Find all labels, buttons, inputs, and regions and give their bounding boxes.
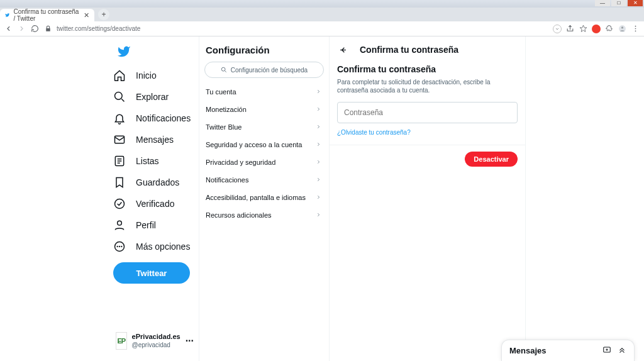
window-titlebar: — □ ✕ xyxy=(0,0,644,8)
extension-red-icon[interactable] xyxy=(592,25,601,33)
nav-profile[interactable]: Perfil xyxy=(109,214,199,236)
detail-header: Confirma tu contraseña xyxy=(330,36,525,62)
settings-item-twitter-blue[interactable]: Twitter Blue xyxy=(199,118,329,136)
tweet-button[interactable]: Twittear xyxy=(113,262,190,284)
svg-point-9 xyxy=(115,199,125,209)
nav-label: Inicio xyxy=(136,70,157,81)
settings-item-account[interactable]: Tu cuenta xyxy=(199,83,329,101)
nav-verified[interactable]: Verificado xyxy=(109,193,199,214)
deactivate-button[interactable]: Desactivar xyxy=(465,152,518,167)
settings-item-accessibility[interactable]: Accesibilidad, pantalla e idiomas xyxy=(199,189,329,206)
browser-tab-active[interactable]: Confirma tu contraseña / Twitter ✕ xyxy=(0,9,94,21)
address-bar: twitter.com/settings/deactivate xyxy=(0,21,644,36)
nav-back-button[interactable] xyxy=(4,24,13,33)
settings-item-label: Twitter Blue xyxy=(206,123,242,131)
svg-point-2 xyxy=(621,26,623,28)
window-minimize-button[interactable]: — xyxy=(595,0,610,6)
nav-messages[interactable]: Mensajes xyxy=(109,129,199,150)
settings-item-label: Accesibilidad, pantalla e idiomas xyxy=(206,194,306,201)
search-placeholder-text: Configuración de búsqueda xyxy=(231,67,308,74)
svg-point-6 xyxy=(115,92,123,100)
nav-forward-button[interactable] xyxy=(17,24,26,33)
nav-notifications[interactable]: Notificaciones xyxy=(109,108,199,129)
star-icon[interactable] xyxy=(579,24,588,33)
browser-chrome: — □ ✕ Confirma tu contraseña / Twitter ✕… xyxy=(0,0,644,36)
messages-dock[interactable]: Mensajes xyxy=(501,340,635,361)
nav-bookmarks[interactable]: Guardados xyxy=(109,172,199,193)
svg-point-3 xyxy=(635,26,636,27)
settings-item-label: Monetización xyxy=(206,106,247,113)
zoom-indicator[interactable] xyxy=(553,25,562,33)
extensions-icon[interactable] xyxy=(604,24,614,33)
envelope-icon xyxy=(113,133,126,146)
account-chip[interactable]: EP ePrivacidad.es @eprivacidad ··· xyxy=(112,328,197,353)
chevron-right-icon xyxy=(316,158,321,166)
nav-lists[interactable]: Listas xyxy=(109,150,199,172)
list-icon xyxy=(113,155,126,167)
tab-strip: Confirma tu contraseña / Twitter ✕ + xyxy=(0,8,644,21)
expand-up-icon[interactable] xyxy=(618,345,626,357)
password-input[interactable] xyxy=(337,102,518,123)
nav-explore[interactable]: Explorar xyxy=(109,86,199,108)
new-tab-button[interactable]: + xyxy=(98,9,109,20)
detail-subheading: Confirma tu contraseña xyxy=(330,62,525,78)
nav-label: Notificaciones xyxy=(136,113,191,123)
twitter-app: Inicio Explorar Notificaciones Mensajes … xyxy=(0,36,644,361)
messages-dock-title: Mensajes xyxy=(509,346,547,355)
share-icon[interactable] xyxy=(565,24,575,33)
forgot-password-link[interactable]: ¿Olvidaste tu contraseña? xyxy=(330,126,418,145)
profile-avatar-icon[interactable] xyxy=(618,24,627,33)
chevron-right-icon xyxy=(316,106,321,113)
tab-close-icon[interactable]: ✕ xyxy=(84,11,89,19)
chevron-right-icon xyxy=(316,123,321,131)
settings-item-label: Recursos adicionales xyxy=(206,211,272,219)
kebab-menu-icon[interactable] xyxy=(631,24,640,33)
settings-search-input[interactable]: Configuración de búsqueda xyxy=(204,62,324,78)
person-icon xyxy=(113,219,126,231)
back-button[interactable] xyxy=(337,44,348,55)
window-maximize-button[interactable]: □ xyxy=(611,0,626,6)
nav-label: Perfil xyxy=(136,220,156,230)
svg-rect-0 xyxy=(46,28,50,31)
settings-item-monetization[interactable]: Monetización xyxy=(199,101,329,118)
chevron-right-icon xyxy=(316,211,321,219)
chevron-right-icon xyxy=(316,176,321,184)
bell-icon xyxy=(113,112,126,125)
url-text[interactable]: twitter.com/settings/deactivate xyxy=(57,25,140,32)
svg-point-5 xyxy=(635,30,636,31)
nav-more[interactable]: Más opciones xyxy=(109,236,199,257)
detail-column: Confirma tu contraseña Confirma tu contr… xyxy=(330,36,526,361)
gutter-right xyxy=(526,36,644,361)
settings-item-label: Privacidad y seguridad xyxy=(206,158,275,166)
twitter-favicon-icon xyxy=(5,12,9,18)
settings-item-resources[interactable]: Recursos adicionales xyxy=(199,206,329,224)
settings-item-notifications[interactable]: Notificaciones xyxy=(199,171,329,189)
settings-item-privacy[interactable]: Privacidad y seguridad xyxy=(199,153,329,171)
nav-label: Mensajes xyxy=(136,135,174,145)
more-icon: ··· xyxy=(186,335,194,347)
settings-title: Configuración xyxy=(199,36,329,62)
nav-reload-button[interactable] xyxy=(30,24,40,33)
settings-item-label: Tu cuenta xyxy=(206,88,236,96)
svg-point-10 xyxy=(118,221,122,225)
svg-point-12 xyxy=(117,247,118,247)
nav-home[interactable]: Inicio xyxy=(109,65,199,86)
svg-point-15 xyxy=(221,67,225,71)
settings-column: Configuración Configuración de búsqueda … xyxy=(199,36,330,361)
tab-title: Confirma tu contraseña / Twitter xyxy=(13,8,80,22)
search-icon xyxy=(221,67,227,73)
nav-label: Verificado xyxy=(136,199,174,209)
settings-item-security-access[interactable]: Seguridad y acceso a la cuenta xyxy=(199,136,329,153)
twitter-logo[interactable] xyxy=(113,41,135,62)
nav-label: Guardados xyxy=(136,177,179,187)
new-message-icon[interactable] xyxy=(602,345,611,357)
primary-nav: Inicio Explorar Notificaciones Mensajes … xyxy=(109,36,199,361)
svg-point-4 xyxy=(635,28,636,30)
svg-point-14 xyxy=(121,247,122,247)
account-handle: @eprivacidad xyxy=(132,342,180,349)
nav-label: Más opciones xyxy=(136,242,190,252)
window-close-button[interactable]: ✕ xyxy=(628,0,643,6)
site-lock-icon[interactable] xyxy=(43,24,53,33)
nav-label: Explorar xyxy=(136,92,169,102)
detail-heading: Confirma tu contraseña xyxy=(360,45,458,55)
